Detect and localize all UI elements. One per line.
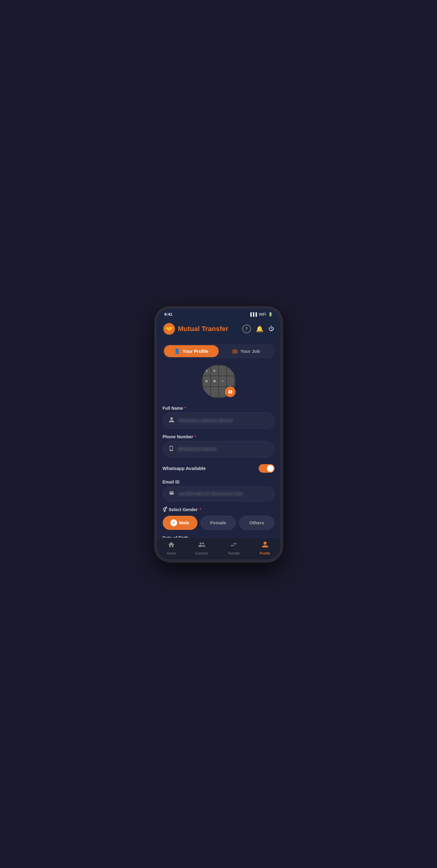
gender-options: ✓ Male Female Others — [163, 516, 274, 530]
tab-bar: 👤 Your Profile 💼 Your Job — [163, 344, 274, 359]
others-label: Others — [250, 520, 264, 525]
battery-icon: 🔋 — [268, 312, 273, 317]
avatar-wrapper: J K N M < — [202, 365, 236, 398]
gender-icon: ⚥ — [163, 507, 167, 513]
profile-tab-label: Your Profile — [183, 348, 208, 354]
gender-required: * — [200, 507, 201, 512]
header-actions: ? 🔔 ⏻ — [242, 324, 274, 333]
transfer-nav-icon — [230, 541, 237, 550]
key-blank3 — [227, 376, 234, 386]
full-name-field-group: Full Name * Firstname Lastname Blurred — [163, 406, 274, 429]
status-bar: 9:41 ▐▐▐ WiFi 🔋 — [157, 309, 280, 320]
phone-value: 9876543210 blurred — [178, 446, 269, 452]
profile-nav-label: Profile — [260, 551, 270, 555]
key-j: J — [203, 366, 210, 376]
key-blank1 — [219, 366, 226, 376]
gender-others-button[interactable]: Others — [239, 516, 274, 530]
male-check-icon: ✓ — [170, 520, 177, 526]
status-time: 9:41 — [165, 312, 173, 317]
content-area: 👤 Your Profile 💼 Your Job J K N M — [157, 339, 280, 537]
key-blank4 — [203, 387, 210, 397]
camera-button[interactable] — [225, 387, 236, 397]
bell-icon[interactable]: 🔔 — [256, 325, 264, 333]
gender-female-button[interactable]: Female — [201, 516, 236, 530]
dob-label: Date of Birth — [163, 535, 274, 537]
email-input[interactable]: user@email.com blurred text here — [163, 486, 274, 501]
gender-label: ⚥ Select Gender * — [163, 507, 274, 513]
profile-nav-icon — [261, 541, 269, 550]
app-header: 🤝 Mutual Transfer ? 🔔 ⏻ — [157, 320, 280, 339]
key-n: N — [203, 376, 210, 386]
nav-profile[interactable]: Profile — [260, 541, 270, 555]
dob-field-group: Date of Birth — [163, 535, 274, 537]
tab-your-job[interactable]: 💼 Your Job — [218, 345, 273, 357]
key-blank2 — [227, 366, 234, 376]
email-field-group: Email ID user@email.com blurred text her… — [163, 479, 274, 501]
help-icon[interactable]: ? — [242, 324, 251, 333]
whatsapp-toggle[interactable] — [259, 464, 274, 473]
female-label: Female — [210, 520, 226, 525]
phone-field-group: Phone Number * 9876543210 blurred — [163, 434, 274, 457]
app-logo: 🤝 Mutual Transfer — [163, 323, 229, 335]
full-name-icon — [169, 417, 175, 425]
full-name-value: Firstname Lastname Blurred — [178, 418, 269, 423]
profile-tab-icon: 👤 — [174, 348, 180, 354]
job-tab-label: Your Job — [240, 348, 260, 354]
key-m: M — [211, 376, 218, 386]
app-title: Mutual Transfer — [178, 325, 229, 333]
phone-icon — [169, 445, 174, 453]
connect-nav-icon — [198, 541, 205, 550]
key-blank5 — [211, 387, 218, 397]
phone-required: * — [194, 434, 196, 439]
nav-transfer[interactable]: Transfer — [228, 541, 240, 555]
key-k: K — [211, 366, 218, 376]
connect-nav-label: Connect — [195, 551, 208, 555]
full-name-input[interactable]: Firstname Lastname Blurred — [163, 412, 274, 429]
home-nav-icon — [168, 541, 175, 550]
power-icon[interactable]: ⏻ — [268, 326, 274, 332]
wifi-icon: WiFi — [259, 312, 266, 317]
phone-frame: 9:41 ▐▐▐ WiFi 🔋 🤝 Mutual Transfer ? 🔔 ⏻ … — [154, 306, 283, 562]
full-name-label: Full Name * — [163, 406, 274, 411]
logo-icon: 🤝 — [163, 323, 175, 335]
transfer-nav-label: Transfer — [228, 551, 240, 555]
key-lt: < — [219, 376, 226, 386]
phone-label: Phone Number * — [163, 434, 274, 439]
bottom-nav: Home Connect Transfer P — [157, 537, 280, 559]
full-name-required: * — [184, 406, 186, 411]
whatsapp-toggle-row: Whatsapp Available — [163, 463, 274, 474]
gender-section: ⚥ Select Gender * ✓ Male Female Others — [163, 507, 274, 530]
email-icon — [169, 491, 175, 497]
tab-your-profile[interactable]: 👤 Your Profile — [164, 345, 218, 357]
email-label: Email ID — [163, 479, 274, 485]
avatar-section: J K N M < — [163, 365, 274, 398]
gender-male-button[interactable]: ✓ Male — [163, 516, 198, 530]
male-label: Male — [179, 520, 189, 525]
nav-connect[interactable]: Connect — [195, 541, 208, 555]
toggle-knob — [267, 465, 274, 472]
nav-home[interactable]: Home — [167, 541, 176, 555]
email-value: user@email.com blurred text here — [178, 491, 269, 496]
status-icons: ▐▐▐ WiFi 🔋 — [249, 312, 273, 317]
whatsapp-label: Whatsapp Available — [163, 466, 206, 471]
signal-icon: ▐▐▐ — [249, 312, 257, 317]
job-tab-icon: 💼 — [232, 348, 238, 354]
home-nav-label: Home — [167, 551, 176, 555]
phone-input[interactable]: 9876543210 blurred — [163, 441, 274, 457]
